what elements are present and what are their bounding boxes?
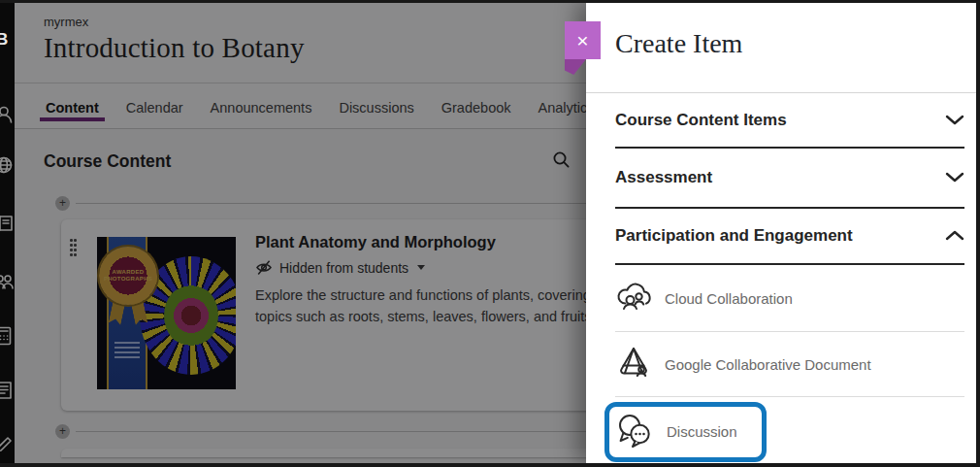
close-panel-button[interactable]: × xyxy=(565,21,601,59)
accordion-label: Course Content Items xyxy=(615,111,787,130)
chevron-up-icon xyxy=(945,227,964,245)
panel-header: Create Item xyxy=(586,3,976,93)
global-nav-sidebar: B xyxy=(0,3,15,463)
accordion-participation-engagement[interactable]: Participation and Engagement xyxy=(586,209,976,265)
chevron-down-icon xyxy=(945,112,964,129)
blackboard-logo-icon[interactable]: B xyxy=(0,30,15,51)
accordion-course-content-items[interactable]: Course Content Items xyxy=(586,93,976,149)
panel-title: Create Item xyxy=(615,28,976,59)
create-item-panel: Create Item Course Content Items Assessm… xyxy=(586,3,976,463)
course-page: myrmex Introduction to Botany Content Ca… xyxy=(15,3,586,463)
cloud-collaboration-icon xyxy=(615,278,652,318)
selection-highlight-box: Discussion xyxy=(604,402,767,462)
accordion-label: Participation and Engagement xyxy=(615,226,853,246)
organizations-icon[interactable] xyxy=(0,271,15,292)
courses-icon[interactable] xyxy=(0,213,15,234)
modal-dim-overlay xyxy=(15,3,586,463)
calculator-icon[interactable] xyxy=(0,325,15,347)
screenshot-frame: B myrmex Introduction to Botany Content … xyxy=(0,0,980,467)
messages-icon[interactable] xyxy=(0,380,15,401)
accordion-assessment[interactable]: Assessment xyxy=(586,149,976,209)
menu-item-cloud-collaboration[interactable]: Cloud Collaboration xyxy=(615,265,964,332)
menu-item-label: Discussion xyxy=(667,423,737,440)
pencil-icon[interactable] xyxy=(0,434,15,455)
globe-icon[interactable] xyxy=(0,154,15,176)
menu-item-discussion[interactable]: Discussion xyxy=(615,397,964,467)
menu-item-label: Cloud Collaboration xyxy=(665,290,793,307)
menu-item-google-collaborative-document[interactable]: Google Collaborative Document xyxy=(615,332,964,397)
accordion-label: Assessment xyxy=(615,168,712,187)
google-document-icon xyxy=(615,344,652,384)
chevron-down-icon xyxy=(945,169,964,186)
close-icon: × xyxy=(576,29,588,51)
profile-icon[interactable] xyxy=(0,104,15,125)
discussion-icon xyxy=(615,412,654,452)
menu-item-label: Google Collaborative Document xyxy=(665,356,871,373)
